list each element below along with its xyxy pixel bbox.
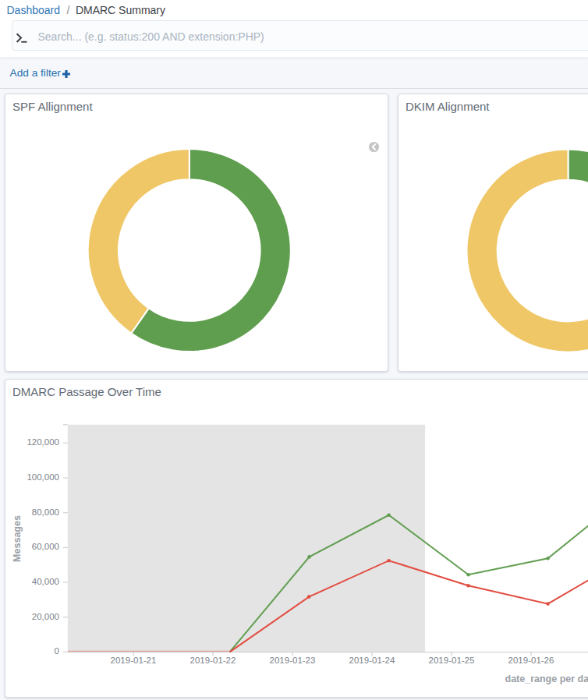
svg-text:60,000: 60,000: [32, 542, 59, 551]
svg-text:2019-01-21: 2019-01-21: [111, 656, 157, 665]
svg-text:20,000: 20,000: [32, 612, 59, 621]
svg-text:40,000: 40,000: [32, 577, 59, 586]
svg-text:2019-01-22: 2019-01-22: [190, 656, 236, 665]
svg-text:80,000: 80,000: [32, 507, 59, 517]
svg-text:2019-01-23: 2019-01-23: [270, 656, 316, 665]
svg-text:2019-01-26: 2019-01-26: [508, 656, 554, 665]
svg-text:date_range per day: date_range per day: [505, 673, 588, 684]
svg-text:0: 0: [55, 646, 59, 656]
svg-text:100,000: 100,000: [27, 472, 59, 482]
svg-text:120,000: 120,000: [27, 437, 59, 447]
svg-text:2019-01-24: 2019-01-24: [349, 656, 395, 665]
svg-text:2019-01-25: 2019-01-25: [429, 656, 475, 665]
svg-text:Messages: Messages: [12, 515, 23, 562]
